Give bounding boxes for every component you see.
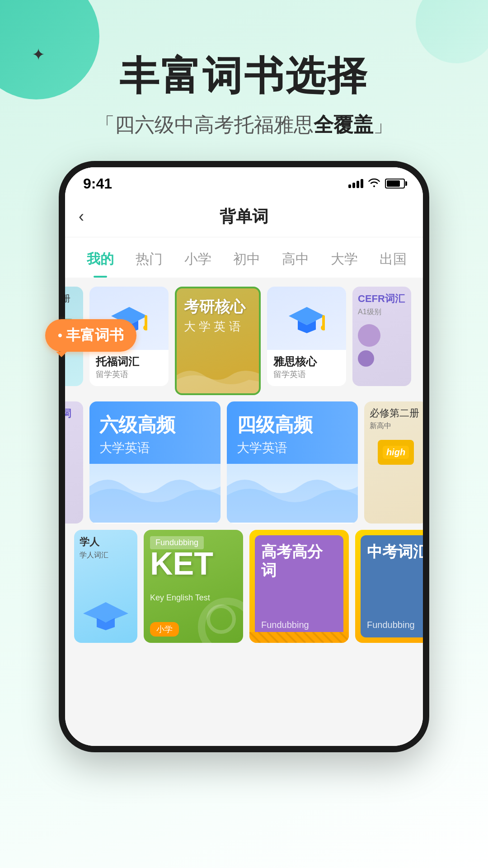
ket-level: 小学: [150, 622, 179, 637]
sub-title-start: 「四六级中高考托福雅思: [95, 113, 314, 136]
book-row-2: CEFR词汇 A1级别 六级高频 大学英语: [65, 401, 414, 524]
cefr-right-level: A1级别: [358, 307, 406, 317]
signal-bars-icon: [348, 179, 363, 188]
siji-card[interactable]: 四级高频 大学英语: [227, 401, 358, 524]
sub-title-bold: 全覆盖: [314, 113, 373, 136]
bixiu-right-title: 必修第二册: [370, 407, 422, 420]
cefr-left-level: A1级别: [65, 436, 78, 445]
liuji-card[interactable]: 六级高频 大学英语: [89, 401, 221, 524]
cefr-left-card[interactable]: CEFR词汇 A1级别: [65, 401, 83, 524]
kaoyan-sub: 大 学 英 语: [184, 319, 252, 335]
zhongkao-card[interactable]: 中考词汇 Fundubbing: [355, 530, 423, 643]
zhongkao-title: 中考词汇: [367, 542, 423, 561]
yasi-title: 雅思核心: [273, 354, 340, 369]
xueren-title: 学人: [80, 535, 132, 549]
book-row-3: 学人 学人词汇 Fundubbing KET: [74, 530, 414, 643]
nav-bar: ‹ 背单词: [65, 197, 423, 237]
phone-mockup: 9:41: [59, 161, 429, 752]
tab-other[interactable]: 其: [418, 246, 423, 278]
svg-point-7: [321, 325, 325, 330]
bixiu-left-sub: 高中: [65, 305, 78, 314]
kaoyan-title: 考研核心: [184, 297, 252, 316]
battery-icon: [385, 179, 405, 189]
nav-title: 背单词: [101, 206, 387, 228]
tab-high[interactable]: 高中: [271, 246, 320, 278]
sub-title-end: 」: [373, 113, 393, 136]
xueren-grad-cap: [83, 598, 128, 634]
yasi-card[interactable]: 雅思核心 留学英语: [267, 287, 346, 386]
siji-wave: [227, 464, 358, 523]
tab-middle[interactable]: 初中: [222, 246, 271, 278]
ket-title: KET: [150, 548, 213, 580]
battery-fill: [387, 180, 400, 187]
yasi-sub: 留学英语: [273, 369, 340, 380]
tab-hot[interactable]: 热门: [125, 246, 174, 278]
wifi-icon: [368, 177, 380, 190]
xueren-card[interactable]: 学人 学人词汇: [74, 530, 137, 643]
status-time: 9:41: [83, 175, 112, 192]
back-button[interactable]: ‹: [79, 207, 101, 226]
liuji-sub: 大学英语: [99, 439, 211, 457]
svg-marker-8: [83, 602, 128, 623]
kaoyan-wave: [177, 357, 261, 393]
cefr-partial-right[interactable]: CEFR词汇 A1级别: [352, 287, 411, 386]
yasi-grad-cap-icon: [289, 302, 325, 334]
high-board-right: high: [378, 440, 414, 465]
gaokao-title: 高考高分词: [261, 542, 337, 580]
kaoyan-card[interactable]: 考研核心 大 学 英 语: [175, 287, 261, 395]
svg-point-3: [143, 325, 147, 330]
header-section: ✦ 丰富词书选择 「四六级中高考托福雅思全覆盖」: [0, 0, 488, 161]
xueren-sub: 学人词汇: [80, 551, 132, 560]
liuji-wave: [89, 464, 221, 523]
gaokao-lines: [249, 632, 349, 643]
ket-circle2: [206, 604, 236, 634]
siji-title: 四级高频: [237, 412, 348, 438]
bixiu-right-card[interactable]: 必修第二册 新高中 high: [364, 401, 423, 524]
tuofu-sub: 留学英语: [96, 369, 162, 380]
tab-university[interactable]: 大学: [320, 246, 369, 278]
gaokao-brand: Fundubbing: [261, 620, 337, 630]
ket-card[interactable]: Fundubbing KET Key English Test 小学: [144, 530, 243, 643]
tab-abroad[interactable]: 出国: [369, 246, 418, 278]
ket-sub1: Key English Test: [150, 593, 210, 603]
bixiu-left-title: 修第二册: [65, 292, 78, 305]
main-title: 丰富词书选择: [27, 54, 461, 98]
status-bar: 9:41: [65, 167, 423, 197]
tab-primary[interactable]: 小学: [174, 246, 222, 278]
tab-bar: 我的 热门 小学 初中 高中 大学 出国 其: [65, 237, 423, 278]
phone-screen: 9:41: [65, 167, 423, 746]
phone-mockup-wrapper: 9:41: [59, 161, 429, 752]
siji-sub: 大学英语: [237, 439, 348, 457]
sub-title: 「四六级中高考托福雅思全覆盖」: [27, 112, 461, 138]
high-badge-right: high: [383, 446, 409, 459]
floating-badge: 丰富词书: [45, 319, 136, 352]
status-icons: [348, 177, 405, 190]
svg-marker-4: [289, 307, 325, 325]
sparkle-icon: ✦: [32, 45, 45, 64]
liuji-title: 六级高频: [99, 412, 211, 438]
cefr-left-title: CEFR词汇: [65, 407, 78, 434]
cefr-right-title: CEFR词汇: [358, 292, 406, 306]
tuofu-title: 托福词汇: [96, 354, 162, 369]
gaokao-card[interactable]: 高考高分词 Fundubbing: [249, 530, 349, 643]
zhongkao-brand: Fundubbing: [367, 620, 423, 630]
tab-mine[interactable]: 我的: [76, 246, 125, 278]
bixiu-right-sub: 新高中: [370, 421, 422, 431]
